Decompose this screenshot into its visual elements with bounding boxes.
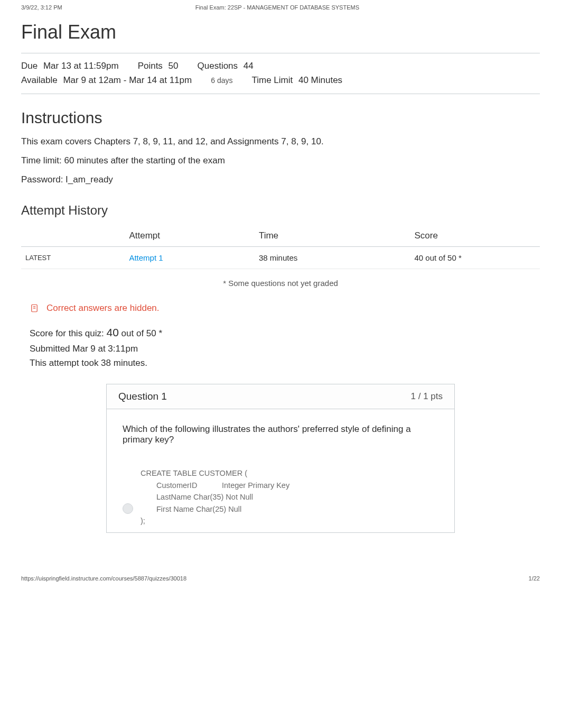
answer-code-r2a: LastName Char(35)	[156, 491, 223, 503]
page-title: Final Exam	[21, 21, 540, 43]
submitted-at: Submitted Mar 9 at 3:11pm	[30, 342, 540, 356]
meta-available-label: Available	[21, 75, 58, 85]
meta-row2: Available Mar 9 at 12am - Mar 14 at 11pm…	[21, 73, 540, 87]
instructions-p2: Time limit: 60 minutes after the startin…	[21, 155, 540, 166]
radio-icon	[123, 503, 133, 514]
col-score: Score	[410, 225, 540, 247]
row-tag: LATEST	[21, 247, 125, 269]
meta-available-note: 6 days	[211, 75, 232, 86]
question-title: Question 1	[118, 391, 167, 402]
footer-page: 1/22	[529, 575, 540, 582]
question-prompt: Which of the following illustrates the a…	[107, 409, 454, 453]
question-points: 1 / 1 pts	[411, 391, 443, 402]
instructions-heading: Instructions	[21, 109, 540, 127]
score-block: Score for this quiz: 40 out of 50 * Subm…	[30, 324, 540, 370]
meta-available: Available Mar 9 at 12am - Mar 14 at 11pm	[21, 73, 192, 87]
question-card-1: Question 1 1 / 1 pts Which of the follow…	[106, 384, 455, 532]
attempt-link[interactable]: Attempt 1	[129, 253, 163, 262]
score-value: 40	[107, 326, 119, 338]
print-footer: https://uispringfield.instructure.com/co…	[0, 554, 561, 587]
score-suffix: out of 50 *	[121, 328, 163, 338]
print-timestamp: 3/9/22, 3:12 PM	[21, 4, 62, 11]
footer-url: https://uispringfield.instructure.com/co…	[21, 575, 186, 582]
instructions-p1: This exam covers Chapters 7, 8, 9, 11, a…	[21, 136, 540, 147]
score-prefix: Score for this quiz:	[30, 328, 107, 338]
instructions-p3: Password: I_am_ready	[21, 174, 540, 185]
meta-due: Due Mar 13 at 11:59pm	[21, 59, 119, 73]
meta-questions-value: 44	[244, 61, 254, 71]
meta-points-label: Points	[138, 61, 163, 71]
answer-code-r3a: First Name Char(25)	[156, 503, 226, 515]
answer-code-l1: CREATE TABLE CUSTOMER (	[141, 467, 438, 479]
col-attempt: Attempt	[125, 225, 255, 247]
grading-footnote: * Some questions not yet graded	[21, 279, 540, 288]
answer-code-r1b: Integer Primary Key	[222, 481, 289, 490]
meta-time-limit-value: 40 Minutes	[298, 75, 342, 85]
meta-due-label: Due	[21, 61, 38, 71]
answer-option-1[interactable]: CREATE TABLE CUSTOMER ( CustomerID Integ…	[107, 462, 454, 532]
print-doc-title: Final Exam: 22SP - MANAGEMENT OF DATABAS…	[195, 4, 359, 11]
print-header: 3/9/22, 3:12 PM Final Exam: 22SP - MANAG…	[0, 0, 561, 11]
meta-questions: Questions 44	[198, 59, 254, 73]
answers-hidden-text: Correct answers are hidden.	[46, 303, 160, 314]
answer-code-r2b: Not Null	[226, 493, 253, 501]
answer-code-r1a: CustomerID	[156, 480, 220, 491]
table-row: LATEST Attempt 1 38 minutes 40 out of 50…	[21, 247, 540, 269]
answer-code-l5: );	[141, 515, 438, 527]
question-header: Question 1 1 / 1 pts	[107, 384, 454, 409]
row-time: 38 minutes	[255, 247, 410, 269]
attempt-history-table: Attempt Time Score LATEST Attempt 1 38 m…	[21, 225, 540, 269]
attempt-history-header-row: Attempt Time Score	[21, 225, 540, 247]
attempt-duration: This attempt took 38 minutes.	[30, 356, 540, 370]
attempt-history-heading: Attempt History	[21, 203, 540, 218]
meta-available-value: Mar 9 at 12am - Mar 14 at 11pm	[63, 75, 192, 85]
muted-icon	[30, 302, 39, 314]
instructions-body: This exam covers Chapters 7, 8, 9, 11, a…	[21, 136, 540, 185]
meta-time-limit: Time Limit 40 Minutes	[251, 73, 342, 87]
meta-time-limit-label: Time Limit	[251, 75, 293, 85]
row-score: 40 out of 50 *	[410, 247, 540, 269]
answer-code-r3b: Null	[228, 505, 241, 513]
quiz-meta-bar: Due Mar 13 at 11:59pm Points 50 Question…	[21, 53, 540, 94]
answers-hidden-banner: Correct answers are hidden.	[30, 302, 540, 314]
meta-questions-label: Questions	[198, 61, 238, 71]
meta-points-value: 50	[169, 61, 179, 71]
meta-points: Points 50	[138, 59, 179, 73]
meta-due-value: Mar 13 at 11:59pm	[43, 61, 119, 71]
col-time: Time	[255, 225, 410, 247]
